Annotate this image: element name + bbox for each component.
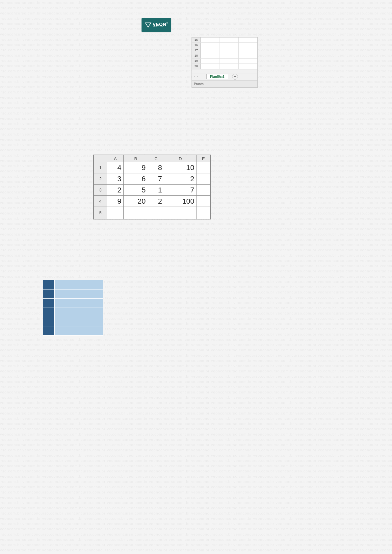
cell[interactable] — [123, 207, 148, 219]
index-cell — [43, 326, 55, 336]
table-row — [43, 299, 103, 308]
index-cell — [43, 317, 55, 326]
blue-table-body — [43, 280, 103, 336]
cell[interactable] — [148, 207, 164, 219]
logo-reg: ® — [166, 22, 168, 24]
row-header: 19 — [192, 59, 201, 63]
cell[interactable] — [196, 162, 211, 173]
cell[interactable] — [239, 48, 257, 53]
spreadsheet-table: ABCDE 1498102367232517492021005 — [93, 155, 211, 219]
cell[interactable]: 9 — [123, 162, 148, 173]
spreadsheet-footer-snippet: 151617181920 ‹ › Planilha1 + Pronto — [192, 37, 258, 88]
cell[interactable]: 6 — [123, 173, 148, 185]
logo-text: VEON® APROVA LOGO — [153, 22, 168, 28]
cell[interactable]: 7 — [164, 185, 196, 196]
row-header: 4 — [94, 196, 107, 207]
table-row: 19 — [192, 59, 257, 64]
cell[interactable]: 5 — [123, 185, 148, 196]
cell[interactable] — [239, 38, 257, 42]
cell[interactable]: 20 — [123, 196, 148, 207]
horizontal-scrollbar[interactable] — [192, 69, 257, 73]
cell[interactable] — [201, 59, 220, 63]
cell[interactable] — [220, 48, 239, 53]
cell[interactable] — [220, 59, 239, 63]
table-row: 49202100 — [94, 196, 211, 207]
column-header-C: C — [148, 155, 164, 162]
body-cell — [55, 308, 103, 317]
row-header: 20 — [192, 64, 201, 69]
cell[interactable] — [220, 38, 239, 42]
cell[interactable] — [201, 53, 220, 58]
cell[interactable] — [201, 48, 220, 53]
column-header-E: E — [196, 155, 211, 162]
body-cell — [55, 280, 103, 290]
table-row: 32517 — [94, 185, 211, 196]
table-row: 5 — [94, 207, 211, 219]
cell[interactable] — [196, 207, 211, 219]
cell[interactable] — [201, 43, 220, 48]
cell[interactable] — [196, 185, 211, 196]
cell[interactable] — [196, 196, 211, 207]
index-cell — [43, 290, 55, 299]
veon-logo: VEON® APROVA LOGO — [142, 18, 171, 32]
body-cell — [55, 299, 103, 308]
logo-triangle-icon — [145, 22, 151, 28]
add-sheet-button[interactable]: + — [232, 74, 238, 80]
table-row — [43, 280, 103, 290]
cell[interactable] — [239, 64, 257, 69]
row-header: 5 — [94, 207, 107, 219]
cell[interactable]: 2 — [107, 185, 124, 196]
cell[interactable]: 4 — [107, 162, 124, 173]
cell[interactable] — [239, 53, 257, 58]
row-header: 1 — [94, 162, 107, 173]
select-all-cell — [94, 155, 107, 162]
cell[interactable] — [220, 43, 239, 48]
cell[interactable]: 1 — [148, 185, 164, 196]
main-spreadsheet: ABCDE 1498102367232517492021005 — [93, 155, 211, 219]
sheet-nav-next[interactable]: › — [197, 75, 198, 78]
cell[interactable] — [164, 207, 196, 219]
table-row: 18 — [192, 53, 257, 59]
cell[interactable] — [239, 59, 257, 63]
sheet-tab-nav: ‹ › — [192, 75, 200, 78]
cell[interactable]: 7 — [148, 173, 164, 185]
grid-area: 151617181920 — [192, 38, 257, 73]
cell[interactable] — [239, 43, 257, 48]
blue-placeholder-table — [43, 280, 103, 336]
cell[interactable] — [201, 38, 220, 42]
cell[interactable]: 100 — [164, 196, 196, 207]
table-row: 16 — [192, 43, 257, 48]
active-sheet-tab[interactable]: Planilha1 — [206, 74, 228, 79]
cell[interactable] — [107, 207, 124, 219]
cell[interactable]: 3 — [107, 173, 124, 185]
status-text: Pronto — [194, 82, 203, 86]
table-row: 20 — [192, 64, 257, 69]
cell[interactable]: 2 — [148, 196, 164, 207]
status-bar: Pronto — [192, 80, 257, 88]
cell[interactable] — [196, 173, 211, 185]
body-cell — [55, 290, 103, 299]
column-header-A: A — [107, 155, 124, 162]
table-row: 15 — [192, 38, 257, 43]
index-cell — [43, 280, 55, 290]
body-cell — [55, 317, 103, 326]
table-row: 23672 — [94, 173, 211, 185]
body-cell — [55, 326, 103, 336]
column-header-row: ABCDE — [94, 155, 211, 162]
cell[interactable]: 8 — [148, 162, 164, 173]
cell[interactable]: 10 — [164, 162, 196, 173]
column-header-D: D — [164, 155, 196, 162]
sheet-tabs-row: ‹ › Planilha1 + — [192, 73, 257, 80]
row-header: 17 — [192, 48, 201, 53]
row-header: 2 — [94, 173, 107, 185]
row-header: 3 — [94, 185, 107, 196]
cell[interactable]: 9 — [107, 196, 124, 207]
cell[interactable] — [220, 53, 239, 58]
cell[interactable] — [220, 64, 239, 69]
cell[interactable] — [201, 64, 220, 69]
index-cell — [43, 308, 55, 317]
sheet-nav-prev[interactable]: ‹ — [194, 75, 195, 78]
cell[interactable]: 2 — [164, 173, 196, 185]
table-body: 1498102367232517492021005 — [94, 162, 211, 219]
table-row — [43, 290, 103, 299]
